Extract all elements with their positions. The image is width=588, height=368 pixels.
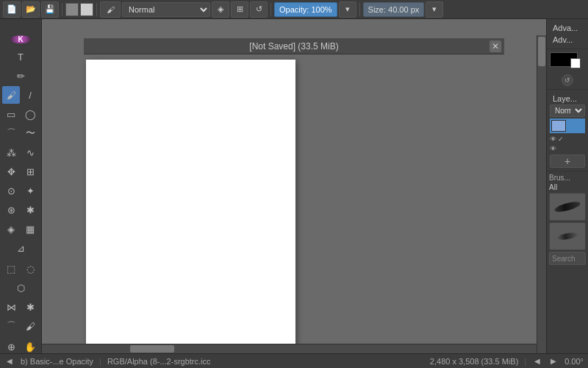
status-zoom-out[interactable]: ◀ xyxy=(532,356,542,367)
tool-row-nav: ⊕ ✋ xyxy=(2,338,39,353)
vertical-scrollbar[interactable] xyxy=(537,35,546,353)
brush-sel-tool[interactable]: 🖌 xyxy=(21,317,39,335)
freehand2-tool[interactable]: 〜 xyxy=(21,124,39,142)
save-button[interactable]: 💾 xyxy=(41,1,59,18)
tool-row-9: ⊛ ✱ xyxy=(2,201,39,219)
bg-color-chip[interactable] xyxy=(80,3,93,16)
right-panel: Adva... Adv... ↺ Laye... Norma... xyxy=(546,19,588,353)
line-tool[interactable]: / xyxy=(21,86,39,104)
advanced-label-2[interactable]: Adv... xyxy=(550,34,585,46)
open-button[interactable]: 📂 xyxy=(22,1,40,18)
refresh-color-button[interactable]: ↺ xyxy=(562,74,573,86)
separator-1 xyxy=(62,3,62,16)
brush-tip-2 xyxy=(557,232,578,241)
tool-row-7: ✥ ⊞ xyxy=(2,163,39,180)
contiguous-sel-tool[interactable]: ⋈ xyxy=(2,298,20,316)
size-dropdown[interactable]: ▾ xyxy=(426,1,443,18)
document-title-bar: [Not Saved] (33.5 MiB) ✕ xyxy=(84,38,504,54)
layer-blend-select[interactable]: Norma... xyxy=(550,105,585,117)
separator-2 xyxy=(96,3,97,16)
main-layout: K T ✏ 🖌 / ▭ ◯ ⌒ 〜 ⁂ ∿ ✥ ⊞ ⊙ ✦ xyxy=(0,19,588,353)
advanced-section: Adva... Adv... xyxy=(547,19,588,49)
fill-tool[interactable]: ◈ xyxy=(2,220,20,238)
zoom-tool[interactable]: ⊕ xyxy=(2,338,20,353)
layer-row[interactable] xyxy=(550,118,585,133)
advanced-label-1[interactable]: Adva... xyxy=(550,22,585,34)
status-left-label: b) Basic-...e Opacity xyxy=(21,357,93,366)
multibrush-tool[interactable]: ⁂ xyxy=(2,144,20,161)
eye-icon-1[interactable]: 👁 xyxy=(550,135,556,143)
paint-tool[interactable]: 🖌 xyxy=(2,86,20,104)
brush-preset-button[interactable]: 🖌 xyxy=(100,1,121,18)
pan-tool[interactable]: ✋ xyxy=(21,338,39,353)
app-logo: K xyxy=(10,35,31,43)
color-section: ↺ xyxy=(547,49,588,90)
tool-row-sel-4: ⌒ 🖌 xyxy=(2,317,39,335)
mirror-button[interactable]: ⊞ xyxy=(231,1,248,18)
gradient-tool[interactable]: ▦ xyxy=(21,220,39,238)
ellipse-sel-tool[interactable]: ◌ xyxy=(21,260,39,277)
ellipse-tool[interactable]: ◯ xyxy=(21,105,39,123)
tool-row-sel-2: ⬡ xyxy=(12,279,29,297)
tool-row-1: T xyxy=(12,48,29,66)
fg-color-chip[interactable] xyxy=(65,3,79,16)
status-angle: 0.00° xyxy=(564,357,584,366)
tool-row-5: ⌒ 〜 xyxy=(2,124,39,142)
tool-row-sel-1: ⬚ ◌ xyxy=(2,260,39,277)
similar-sel-tool[interactable]: ✱ xyxy=(21,298,39,316)
tool-row-sel-3: ⋈ ✱ xyxy=(2,298,39,316)
symmetry-button[interactable]: ◈ xyxy=(212,1,229,18)
tool-row-11: ⊿ xyxy=(12,239,29,257)
brush-preset-2[interactable] xyxy=(549,222,586,250)
opacity-button[interactable]: Opacity: 100% xyxy=(274,2,337,17)
tool-row-4: ▭ ◯ xyxy=(2,105,39,123)
transform-tool[interactable]: ⊞ xyxy=(21,163,39,180)
brush-all-label[interactable]: All xyxy=(549,183,586,191)
color-chips xyxy=(65,3,93,16)
bezier-sel-tool[interactable]: ⌒ xyxy=(2,317,20,335)
close-document-button[interactable]: ✕ xyxy=(490,40,501,52)
eye-icon-2[interactable]: 👁 xyxy=(550,145,585,152)
dynamic-tool[interactable]: ∿ xyxy=(21,144,39,161)
bezier-tool[interactable]: ⌒ xyxy=(2,124,20,142)
top-toolbar: 📄 📂 💾 🖌 Normal ◈ ⊞ ↺ Opacity: 100% ▾ Siz… xyxy=(0,0,588,19)
layers-label: Laye... xyxy=(550,93,585,105)
status-zoom-in[interactable]: ▶ xyxy=(548,356,559,367)
brush-section-label: Brus... xyxy=(549,174,586,182)
status-color-mode: RGB/Alpha (8-...2-srgbtrc.icc xyxy=(107,357,211,366)
color-picker-tool[interactable]: ⊙ xyxy=(2,182,20,199)
status-prev-button[interactable]: ◀ xyxy=(4,356,15,367)
vertical-scrollbar-thumb[interactable] xyxy=(538,37,545,66)
layer-thumbnail xyxy=(551,120,566,132)
move-tool[interactable]: ✥ xyxy=(2,163,20,180)
refresh-button[interactable]: ↺ xyxy=(250,1,268,18)
opacity-dropdown[interactable]: ▾ xyxy=(339,1,356,18)
status-bar: ◀ b) Basic-...e Opacity | RGB/Alpha (8-.… xyxy=(0,353,588,368)
canvas-area[interactable]: [Not Saved] (33.5 MiB) ✕ xyxy=(42,19,546,353)
blend-mode-select[interactable]: Normal xyxy=(122,2,210,17)
background-color[interactable] xyxy=(570,58,581,68)
add-layer-button[interactable]: + xyxy=(550,155,585,168)
smart-patch-tool[interactable]: ⊛ xyxy=(2,201,20,219)
status-dimensions: 2,480 x 3,508 (33.5 MiB) xyxy=(430,357,518,366)
brush-tip-1 xyxy=(553,200,581,214)
new-button[interactable]: 📄 xyxy=(3,1,21,18)
rect-tool[interactable]: ▭ xyxy=(2,105,20,123)
brush-search-bar[interactable]: Search xyxy=(549,252,586,265)
horizontal-scrollbar[interactable] xyxy=(42,344,537,353)
heal-tool[interactable]: ✱ xyxy=(21,201,39,219)
brush-preset-1[interactable] xyxy=(549,193,586,221)
horizontal-scrollbar-thumb[interactable] xyxy=(130,345,174,353)
clone-tool[interactable]: ✦ xyxy=(21,182,39,199)
freehand-tool[interactable]: ✏ xyxy=(12,67,29,85)
tool-row-8: ⊙ ✦ xyxy=(2,182,39,199)
text-tool[interactable]: T xyxy=(12,48,29,66)
rect-sel-tool[interactable]: ⬚ xyxy=(2,260,20,277)
separator-4 xyxy=(359,3,360,16)
document-canvas xyxy=(86,60,295,353)
size-button[interactable]: Size: 40.00 px xyxy=(363,2,425,17)
poly-sel-tool[interactable]: ⬡ xyxy=(12,279,29,297)
tool-row-3: 🖌 / xyxy=(2,86,39,104)
measure-tool[interactable]: ⊿ xyxy=(12,239,29,257)
tool-row-6: ⁂ ∿ xyxy=(2,144,39,161)
